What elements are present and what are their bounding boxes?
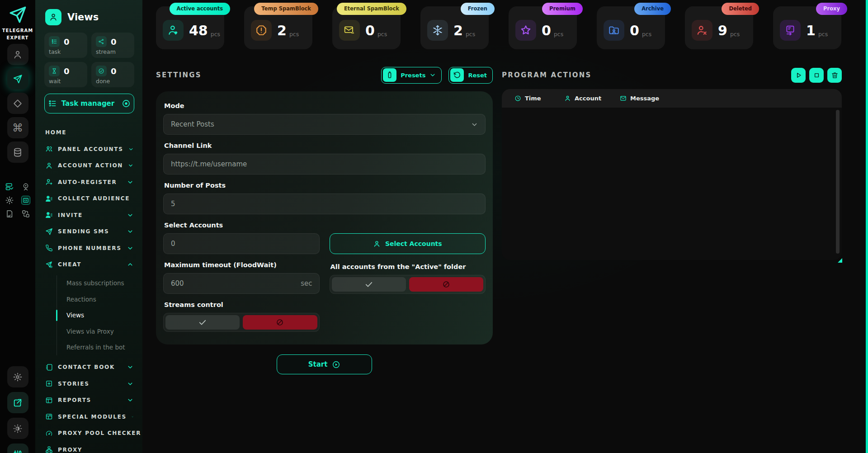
sidebar-item-proxy[interactable]: PROXY <box>44 442 134 453</box>
rail-sender-button[interactable] <box>7 68 28 90</box>
check-icon <box>198 318 207 327</box>
swap-modules-icon[interactable] <box>21 209 30 218</box>
channel-link-label: Channel Link <box>164 142 485 149</box>
rail-settings-button[interactable] <box>7 366 28 387</box>
sidebar-item-special-modules[interactable]: SPECIAL MODULES <box>44 409 134 425</box>
person-lines-icon <box>45 211 53 219</box>
sidebar-item-phone-numbers[interactable]: PHONE NUMBERS <box>44 240 134 257</box>
submenu-item-views[interactable]: Views <box>57 307 134 324</box>
sidebar-item-collect-audience[interactable]: COLLECT AUDIENCE <box>44 190 134 207</box>
select-accounts-label: Select Accounts <box>164 222 319 229</box>
account-unit: pcs <box>466 31 475 38</box>
run-button[interactable] <box>791 68 806 83</box>
server-check-icon[interactable] <box>5 182 14 191</box>
column-header-message: Message <box>620 95 659 102</box>
sidebar-item-panel-accounts[interactable]: PANEL ACCOUNTS <box>44 141 134 158</box>
octagon-alert-icon <box>255 24 267 36</box>
account-badge[interactable]: Frozen <box>461 3 495 15</box>
column-label: Message <box>630 95 659 102</box>
sidebar-item-sending-sms[interactable]: SENDING SMS <box>44 223 134 240</box>
rail-external-link-button[interactable] <box>7 392 28 413</box>
rail-profile-button[interactable] <box>7 44 28 65</box>
stat-tile-wait[interactable]: 0wait <box>44 62 87 87</box>
sidebar-item-home[interactable]: HOME <box>44 124 134 141</box>
reset-label: Reset <box>468 72 487 79</box>
rail-database-button[interactable] <box>7 142 28 163</box>
stat-tile-done[interactable]: 0done <box>91 62 134 87</box>
sidebar-item-cheat[interactable]: CHEAT <box>44 256 134 273</box>
document-check-icon[interactable] <box>5 209 14 218</box>
sidebar-item-proxy-pool-checker[interactable]: PROXY POOL CHECKER <box>44 425 134 442</box>
column-header-time: Time <box>514 95 564 102</box>
account-unit: pcs <box>818 31 828 38</box>
code-window-icon[interactable] <box>21 196 30 205</box>
stat-value-wait: 0 <box>64 66 70 76</box>
task-manager-icon <box>48 99 57 108</box>
submenu-item-reactions[interactable]: Reactions <box>57 291 134 307</box>
submenu-item-views-via-proxy[interactable]: Views via Proxy <box>57 323 134 340</box>
sidebar-item-label: PROXY <box>58 447 82 453</box>
account-count: 0 <box>365 23 375 38</box>
resize-handle-icon[interactable] <box>838 258 842 263</box>
sidebar-item-label: REPORTS <box>58 397 91 403</box>
tasklist-icon <box>49 36 60 47</box>
start-button[interactable]: Start <box>277 354 372 374</box>
channel-link-input[interactable] <box>163 154 486 175</box>
presets-button[interactable]: Presets <box>381 67 442 84</box>
account-badge[interactable]: Proxy <box>816 3 847 15</box>
sidebar-item-label: ACCOUNT ACTION <box>58 162 123 169</box>
rail-premium-button[interactable] <box>7 93 28 114</box>
sidebar-item-invite[interactable]: INVITE <box>44 207 134 224</box>
sidebar-item-label: SENDING SMS <box>58 228 109 235</box>
person-plus-icon <box>45 178 53 186</box>
webcam-icon[interactable] <box>21 182 30 191</box>
task-manager-label: Task manager <box>61 99 114 108</box>
rail-tuning-sliders-button[interactable] <box>7 444 28 453</box>
streams-enable[interactable] <box>165 315 240 330</box>
mail-icon <box>620 95 627 102</box>
account-badge[interactable]: Eternal SpamBlock <box>337 3 406 15</box>
account-badge[interactable]: Temp SpamBlock <box>254 3 318 15</box>
stat-label-stream: stream <box>96 48 130 55</box>
sidebar-item-auto-register[interactable]: AUTO-REGISTER <box>44 174 134 191</box>
account-badge[interactable]: Archive <box>634 3 671 15</box>
sidebar-item-contact-book[interactable]: CONTACT BOOK <box>44 359 134 376</box>
account-badge[interactable]: Active accounts <box>170 3 230 15</box>
max-timeout-input[interactable] <box>163 273 320 294</box>
mode-select[interactable]: Recent Posts <box>163 114 486 135</box>
rail-theme-toggle-button[interactable] <box>7 418 28 439</box>
brand-name: TELEGRAM EXPERT <box>0 27 35 41</box>
reset-button[interactable]: Reset <box>448 67 493 84</box>
settings-gear-icon[interactable] <box>5 196 14 205</box>
status-dot-icon <box>122 99 131 108</box>
active-folder-enable[interactable] <box>332 277 406 292</box>
table-scrollbar[interactable] <box>836 110 840 254</box>
select-accounts-count-input[interactable] <box>163 233 320 254</box>
account-card-temp-spamblock: Temp SpamBlock2pcs <box>244 6 312 49</box>
submenu-item-mass-subscriptions[interactable]: Mass subscriptions <box>57 275 134 292</box>
select-accounts-button-label: Select Accounts <box>385 240 442 247</box>
table-header-row: TimeAccountMessage <box>502 89 842 108</box>
stop-button[interactable] <box>809 68 824 83</box>
streams-disable[interactable] <box>243 315 317 330</box>
rail-commands-button[interactable]: ⌘ <box>7 117 28 138</box>
person-x-icon <box>696 24 708 36</box>
sidebar-item-reports[interactable]: REPORTS <box>44 392 134 409</box>
tuning-sliders-icon <box>13 449 23 453</box>
active-folder-disable[interactable] <box>409 277 483 292</box>
sidebar-item-account-action[interactable]: ACCOUNT ACTION <box>44 157 134 174</box>
submenu-item-referrals-in-the-bot[interactable]: Referrals in the bot <box>57 340 134 356</box>
clear-log-button[interactable] <box>827 68 842 83</box>
sidebar-item-label: PHONE NUMBERS <box>58 245 122 251</box>
task-manager-button[interactable]: Task manager <box>44 94 134 113</box>
account-count: 2 <box>453 23 463 38</box>
number-of-posts-input[interactable] <box>163 193 486 214</box>
play-circle-icon <box>332 360 340 369</box>
account-badge[interactable]: Deleted <box>722 3 759 15</box>
select-accounts-button[interactable]: Select Accounts <box>330 233 486 254</box>
stat-tile-task[interactable]: 0task <box>44 33 87 58</box>
account-badge[interactable]: Premium <box>542 3 583 15</box>
stat-tile-stream[interactable]: 0stream <box>91 33 134 58</box>
sidebar-item-stories[interactable]: STORIES <box>44 376 134 392</box>
chevron-down-icon <box>471 121 478 128</box>
